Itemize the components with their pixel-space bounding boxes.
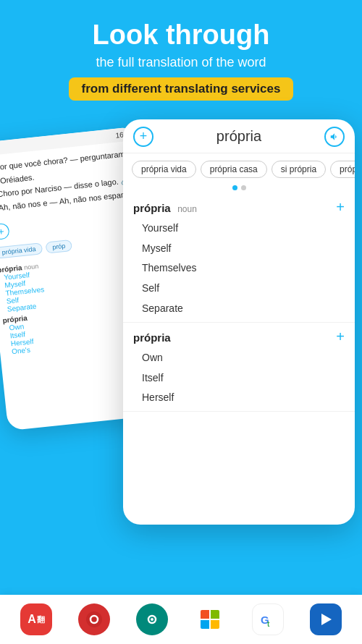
ms-cell-red — [201, 610, 209, 619]
lingvo-svg — [85, 610, 104, 629]
back-chip-1[interactable]: própria vida — [0, 242, 43, 259]
front-phone: + própria própria vida própria casa si p… — [123, 119, 355, 525]
translate-a-icon[interactable]: A 翻 — [20, 603, 52, 635]
lingvo-icon[interactable] — [78, 603, 110, 635]
svg-point-4 — [151, 618, 153, 621]
front-item-myself: Myself — [133, 239, 345, 259]
back-add-btn[interactable]: + — [0, 222, 10, 240]
google-translate-icon[interactable]: G t — [252, 603, 284, 635]
chip-propria-c[interactable]: própria c — [330, 161, 355, 178]
front-section-1: própria noun + Yourself Myself Themselve… — [123, 193, 355, 323]
subtitle: the full translation of the word — [14, 55, 348, 70]
front-section-2-title: própria — [133, 331, 171, 344]
ms-cell-green — [211, 610, 219, 619]
google-translate-svg: G t — [258, 609, 278, 630]
bottom-taskbar: A 翻 G t — [0, 595, 362, 644]
ms-cell-yellow — [211, 620, 219, 629]
front-item-separate: Separate — [133, 299, 345, 319]
front-word-title: própria — [216, 128, 261, 145]
front-section-2-header: própria — [133, 331, 171, 344]
chip-propria-vida[interactable]: própria vida — [132, 161, 196, 178]
translate-a-label: A — [28, 613, 36, 626]
front-item-herself: Herself — [133, 388, 345, 408]
translate-jp-label: 翻 — [37, 614, 45, 625]
front-item-yourself: Yourself — [133, 219, 345, 239]
front-item-own: Own — [133, 348, 345, 368]
front-section-1-header: própria noun — [133, 202, 197, 215]
dots-indicator — [123, 185, 355, 193]
chip-si-propria[interactable]: si própria — [272, 161, 326, 178]
ms-grid — [201, 610, 219, 629]
main-title: Look through — [14, 20, 348, 51]
front-topbar: + própria — [123, 119, 355, 153]
front-section-1-add[interactable]: + — [336, 199, 345, 216]
front-item-itself: Itself — [133, 368, 345, 389]
front-section-1-title: própria — [133, 202, 171, 214]
reverso-icon[interactable] — [136, 603, 168, 635]
back-chip-2[interactable]: próp — [46, 239, 72, 253]
back-section-1-pos: noun — [24, 262, 39, 271]
svg-point-0 — [86, 611, 102, 627]
svg-marker-7 — [321, 614, 332, 625]
front-item-themselves: Themselves — [133, 258, 345, 279]
phone-area: 2:02 16% – Por que você chora? — pergunt… — [0, 119, 362, 539]
dot-active — [232, 185, 237, 190]
front-sound-button[interactable] — [324, 127, 345, 147]
highlight-bar: from different translating services — [69, 77, 294, 101]
chip-propria-casa[interactable]: própria casa — [201, 161, 267, 178]
front-section-2: própria + Own Itself Herself — [123, 323, 355, 412]
dot-inactive — [241, 185, 246, 190]
front-add-button[interactable]: + — [133, 127, 153, 147]
sound-icon — [329, 132, 340, 142]
front-item-self: Self — [133, 279, 345, 299]
pons-svg — [317, 611, 334, 628]
top-section: Look through the full translation of the… — [0, 0, 362, 112]
back-status-time: 2:02 — [0, 143, 1, 153]
chips-row: própria vida própria casa si própria pró… — [123, 153, 355, 185]
pons-icon[interactable] — [310, 603, 342, 635]
front-section-2-add[interactable]: + — [336, 329, 345, 345]
svg-text:t: t — [267, 620, 270, 628]
microsoft-icon[interactable] — [194, 603, 226, 635]
reverso-svg — [143, 610, 161, 629]
front-section-1-pos: noun — [177, 204, 197, 214]
ms-cell-blue — [201, 620, 209, 629]
